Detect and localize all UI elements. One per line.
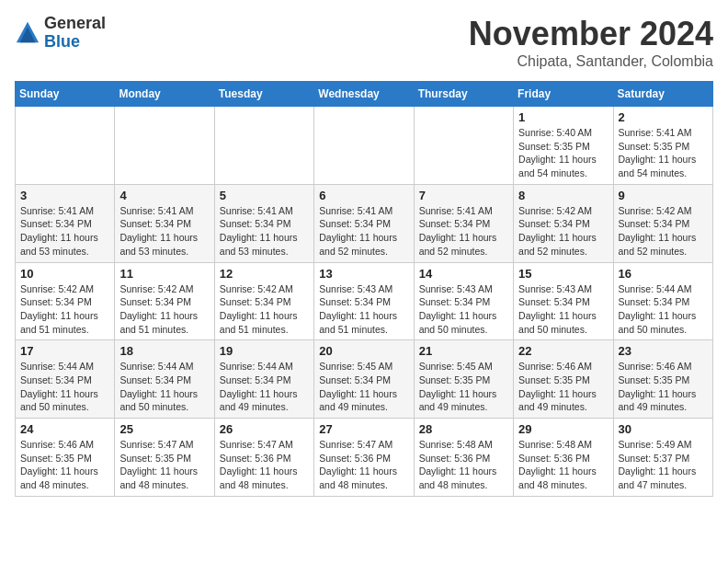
day-number: 20 [319,344,408,358]
title-block: November 2024 Chipata, Santander, Colomb… [469,15,713,70]
logo: General Blue [15,15,106,52]
day-number: 30 [619,422,708,436]
day-info: Sunrise: 5:49 AM Sunset: 5:37 PM Dayligh… [619,438,708,492]
logo-text: General Blue [44,15,106,52]
day-info: Sunrise: 5:47 AM Sunset: 5:35 PM Dayligh… [119,438,209,492]
day-number: 22 [518,344,608,358]
calendar-cell: 3Sunrise: 5:41 AM Sunset: 5:34 PM Daylig… [16,184,115,262]
day-number: 7 [419,189,508,202]
day-info: Sunrise: 5:47 AM Sunset: 5:36 PM Dayligh… [220,438,309,492]
calendar-cell: 16Sunrise: 5:44 AM Sunset: 5:34 PM Dayli… [613,262,712,340]
day-number: 19 [220,344,309,358]
day-info: Sunrise: 5:46 AM Sunset: 5:35 PM Dayligh… [619,360,708,414]
calendar-cell: 20Sunrise: 5:45 AM Sunset: 5:34 PM Dayli… [314,340,414,419]
calendar-cell: 5Sunrise: 5:41 AM Sunset: 5:34 PM Daylig… [214,184,313,262]
day-number: 28 [419,422,508,436]
day-number: 11 [119,267,209,281]
calendar-cell: 11Sunrise: 5:42 AM Sunset: 5:34 PM Dayli… [115,262,214,340]
calendar-cell: 29Sunrise: 5:48 AM Sunset: 5:36 PM Dayli… [514,419,613,497]
day-info: Sunrise: 5:42 AM Sunset: 5:34 PM Dayligh… [220,282,309,337]
day-number: 5 [220,189,309,202]
calendar-day-header: Friday [514,82,613,107]
calendar-day-header: Tuesday [214,82,313,107]
day-number: 10 [20,267,109,281]
day-number: 6 [319,189,408,202]
calendar-cell: 14Sunrise: 5:43 AM Sunset: 5:34 PM Dayli… [414,262,513,340]
day-info: Sunrise: 5:44 AM Sunset: 5:34 PM Dayligh… [20,360,109,414]
day-number: 9 [619,189,708,202]
calendar-day-header: Wednesday [314,82,414,107]
day-info: Sunrise: 5:41 AM Sunset: 5:34 PM Dayligh… [20,204,109,259]
day-info: Sunrise: 5:43 AM Sunset: 5:34 PM Dayligh… [518,282,608,337]
calendar-cell: 8Sunrise: 5:42 AM Sunset: 5:34 PM Daylig… [514,184,613,262]
calendar-cell [16,107,115,185]
day-number: 2 [619,110,708,124]
calendar-cell [414,107,513,185]
month-title: November 2024 [469,15,713,53]
day-info: Sunrise: 5:41 AM Sunset: 5:34 PM Dayligh… [119,204,209,259]
day-info: Sunrise: 5:42 AM Sunset: 5:34 PM Dayligh… [119,282,209,337]
day-number: 27 [319,422,408,436]
day-number: 16 [619,267,708,281]
calendar-cell: 9Sunrise: 5:42 AM Sunset: 5:34 PM Daylig… [613,184,712,262]
day-info: Sunrise: 5:45 AM Sunset: 5:35 PM Dayligh… [419,360,508,414]
day-number: 1 [518,110,608,124]
calendar-cell: 22Sunrise: 5:46 AM Sunset: 5:35 PM Dayli… [514,340,613,419]
calendar-week-row: 1Sunrise: 5:40 AM Sunset: 5:35 PM Daylig… [16,107,713,185]
calendar-day-header: Saturday [613,82,712,107]
day-number: 17 [20,344,109,358]
calendar-cell: 6Sunrise: 5:41 AM Sunset: 5:34 PM Daylig… [314,184,414,262]
calendar-cell: 17Sunrise: 5:44 AM Sunset: 5:34 PM Dayli… [16,340,115,419]
calendar-cell [314,107,414,185]
calendar-day-header: Monday [115,82,214,107]
day-info: Sunrise: 5:47 AM Sunset: 5:36 PM Dayligh… [319,438,408,492]
calendar-cell: 25Sunrise: 5:47 AM Sunset: 5:35 PM Dayli… [115,419,214,497]
day-info: Sunrise: 5:46 AM Sunset: 5:35 PM Dayligh… [518,360,608,414]
calendar-cell [115,107,214,185]
day-info: Sunrise: 5:44 AM Sunset: 5:34 PM Dayligh… [119,360,209,414]
calendar-cell: 28Sunrise: 5:48 AM Sunset: 5:36 PM Dayli… [414,419,513,497]
day-info: Sunrise: 5:41 AM Sunset: 5:34 PM Dayligh… [220,204,309,259]
day-number: 26 [220,422,309,436]
day-info: Sunrise: 5:42 AM Sunset: 5:34 PM Dayligh… [518,204,608,259]
day-info: Sunrise: 5:43 AM Sunset: 5:34 PM Dayligh… [419,282,508,337]
calendar-cell: 10Sunrise: 5:42 AM Sunset: 5:34 PM Dayli… [16,262,115,340]
logo-icon [15,20,40,46]
calendar-week-row: 24Sunrise: 5:46 AM Sunset: 5:35 PM Dayli… [16,419,713,497]
day-number: 4 [119,189,209,202]
day-info: Sunrise: 5:42 AM Sunset: 5:34 PM Dayligh… [20,282,109,337]
day-number: 25 [119,422,209,436]
calendar-cell: 2Sunrise: 5:41 AM Sunset: 5:35 PM Daylig… [613,107,712,185]
calendar-week-row: 3Sunrise: 5:41 AM Sunset: 5:34 PM Daylig… [16,184,713,262]
day-number: 15 [518,267,608,281]
calendar-cell: 15Sunrise: 5:43 AM Sunset: 5:34 PM Dayli… [514,262,613,340]
day-info: Sunrise: 5:46 AM Sunset: 5:35 PM Dayligh… [20,438,109,492]
calendar-table: SundayMondayTuesdayWednesdayThursdayFrid… [15,81,713,497]
day-info: Sunrise: 5:48 AM Sunset: 5:36 PM Dayligh… [518,438,608,492]
calendar-header-row: SundayMondayTuesdayWednesdayThursdayFrid… [16,82,713,107]
calendar-week-row: 17Sunrise: 5:44 AM Sunset: 5:34 PM Dayli… [16,340,713,419]
calendar-cell: 12Sunrise: 5:42 AM Sunset: 5:34 PM Dayli… [214,262,313,340]
calendar-cell: 19Sunrise: 5:44 AM Sunset: 5:34 PM Dayli… [214,340,313,419]
day-number: 13 [319,267,408,281]
day-number: 8 [518,189,608,202]
calendar-cell [214,107,313,185]
day-info: Sunrise: 5:41 AM Sunset: 5:34 PM Dayligh… [319,204,408,259]
day-number: 21 [419,344,508,358]
calendar-cell: 24Sunrise: 5:46 AM Sunset: 5:35 PM Dayli… [16,419,115,497]
day-number: 24 [20,422,109,436]
day-info: Sunrise: 5:40 AM Sunset: 5:35 PM Dayligh… [518,126,608,180]
day-info: Sunrise: 5:43 AM Sunset: 5:34 PM Dayligh… [319,282,408,337]
calendar-day-header: Thursday [414,82,513,107]
page-header: General Blue November 2024 Chipata, Sant… [15,15,713,70]
day-number: 12 [220,267,309,281]
calendar-cell: 7Sunrise: 5:41 AM Sunset: 5:34 PM Daylig… [414,184,513,262]
day-info: Sunrise: 5:41 AM Sunset: 5:35 PM Dayligh… [619,126,708,180]
day-number: 14 [419,267,508,281]
calendar-cell: 30Sunrise: 5:49 AM Sunset: 5:37 PM Dayli… [613,419,712,497]
day-number: 18 [119,344,209,358]
day-number: 29 [518,422,608,436]
day-number: 3 [20,189,109,202]
logo-general: General [44,14,106,32]
calendar-cell: 18Sunrise: 5:44 AM Sunset: 5:34 PM Dayli… [115,340,214,419]
